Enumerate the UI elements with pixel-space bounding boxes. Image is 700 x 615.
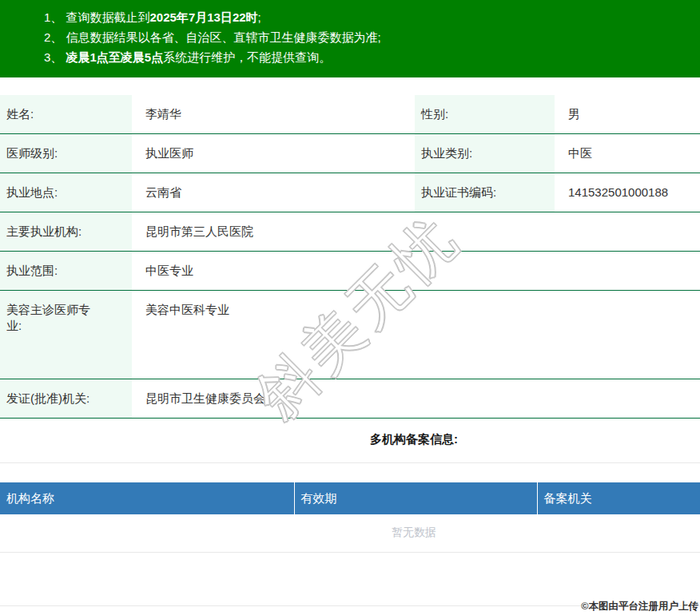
notice-line-2: 2、 信息数据结果以各省、自治区、直辖市卫生健康委数据为准; (44, 27, 700, 47)
table-row: 姓名: 李靖华 性别: 男 (0, 95, 700, 134)
copyright-note: ©本图由平台注册用户上传 (581, 600, 698, 613)
notice-bold-text: 2025年7月13日22时 (150, 10, 258, 24)
value-doctor-level: 执业医师 (132, 134, 415, 173)
value-practice-category: 中医 (555, 134, 700, 173)
notice-text: 系统进行维护，不能提供查询。 (163, 50, 331, 64)
divider (0, 462, 700, 463)
notice-text: ; (258, 10, 261, 24)
notice-text: 3、 (44, 50, 66, 64)
table-row: 医师级别: 执业医师 执业类别: 中医 (0, 134, 700, 173)
table-row: 执业地点: 云南省 执业证书编码: 141532501000188 (0, 173, 700, 212)
empty-row: 暂无数据 (0, 514, 700, 553)
value-gender: 男 (555, 95, 700, 134)
page: 1、 查询数据截止到2025年7月13日22时; 2、 信息数据结果以各省、自治… (0, 0, 700, 615)
value-certificate-number: 141532501000188 (555, 173, 700, 212)
col-institution-name: 机构名称 (0, 482, 294, 514)
doctor-info-table: 姓名: 李靖华 性别: 男 医师级别: 执业医师 执业类别: 中医 执业地点: … (0, 95, 700, 419)
label-practice-category: 执业类别: (415, 134, 555, 173)
notice-text: 1、 查询数据截止到 (44, 10, 150, 24)
label-practice-location: 执业地点: (0, 173, 132, 212)
value-issuing-authority: 昆明市卫生健康委员会 (132, 379, 700, 419)
label-doctor-level: 医师级别: (0, 134, 132, 173)
label-practice-scope: 执业范围: (0, 252, 132, 291)
col-validity-period: 有效期 (294, 482, 537, 514)
notice-text: 2、 信息数据结果以各省、自治区、直辖市卫生健康委数据为准; (44, 30, 381, 44)
label-issuing-authority: 发证(批准)机关: (0, 379, 132, 419)
table-row: 执业范围: 中医专业 (0, 252, 700, 291)
value-practice-scope: 中医专业 (132, 252, 700, 291)
records-header-row: 机构名称 有效期 备案机关 (0, 482, 700, 514)
label-cosmetic-specialty: 美容主诊医师专业: (0, 291, 132, 379)
records-table: 机构名称 有效期 备案机关 暂无数据 (0, 482, 700, 553)
label-gender: 性别: (415, 95, 555, 134)
notice-banner: 1、 查询数据截止到2025年7月13日22时; 2、 信息数据结果以各省、自治… (0, 0, 700, 77)
empty-data-text: 暂无数据 (0, 514, 700, 553)
table-row: 发证(批准)机关: 昆明市卫生健康委员会 (0, 379, 700, 419)
table-row: 主要执业机构: 昆明市第三人民医院 (0, 212, 700, 252)
divider (0, 553, 700, 606)
value-main-institution: 昆明市第三人民医院 (132, 212, 700, 252)
label-name: 姓名: (0, 95, 132, 134)
col-record-authority: 备案机关 (537, 482, 700, 514)
notice-bold-text: 凌晨1点至凌晨5点 (66, 50, 164, 64)
label-certificate-number: 执业证书编码: (415, 173, 555, 212)
value-name: 李靖华 (132, 95, 415, 134)
table-row: 美容主诊医师专业: 美容中医科专业 (0, 291, 700, 379)
value-practice-location: 云南省 (132, 173, 415, 212)
content-container: 1、 查询数据截止到2025年7月13日22时; 2、 信息数据结果以各省、自治… (0, 0, 700, 615)
notice-line-3: 3、 凌晨1点至凌晨5点系统进行维护，不能提供查询。 (44, 47, 700, 67)
notice-line-1: 1、 查询数据截止到2025年7月13日22时; (44, 7, 700, 27)
value-cosmetic-specialty: 美容中医科专业 (132, 291, 700, 379)
label-main-institution: 主要执业机构: (0, 212, 132, 252)
multi-institution-section-title: 多机构备案信息: (0, 432, 700, 447)
